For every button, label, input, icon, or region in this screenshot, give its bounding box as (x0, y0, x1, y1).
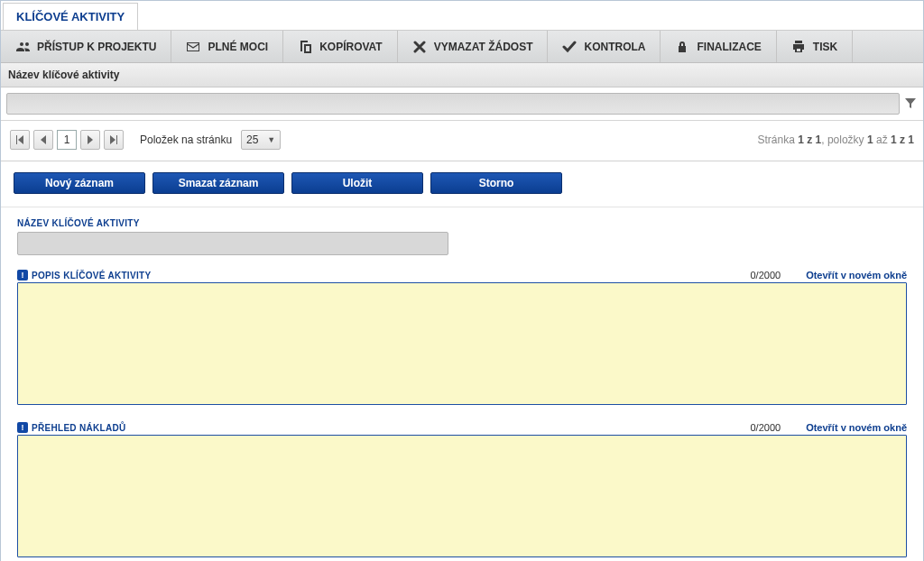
envelope-icon (186, 40, 200, 54)
costs-textarea[interactable] (17, 435, 907, 557)
pager: 1 Položek na stránku 25 ▼ Stránka 1 z 1,… (1, 121, 923, 161)
pager-summary-page: 1 z 1 (798, 133, 821, 146)
grid-filter-row (1, 87, 923, 121)
pager-summary-prefix: Stránka (758, 133, 799, 146)
cancel-button[interactable]: Storno (430, 172, 562, 194)
costs-open-new-window[interactable]: Otevřít v novém okně (806, 422, 907, 433)
grid-column-header[interactable]: Název klíčové aktivity (1, 63, 923, 87)
costs-header: ! PŘEHLED NÁKLADŮ 0/2000 Otevřít v novém… (17, 422, 907, 433)
grid-filter-input[interactable] (6, 93, 900, 115)
costs-label: PŘEHLED NÁKLADŮ (32, 423, 126, 433)
lock-icon (675, 40, 689, 54)
toolbar-finalize[interactable]: FINALIZACE (661, 31, 776, 62)
toolbar-delete-request[interactable]: VYMAZAT ŽÁDOST (398, 31, 549, 62)
toolbar-access-project[interactable]: PŘÍSTUP K PROJEKTU (1, 31, 171, 62)
toolbar-delete-label: VYMAZAT ŽÁDOST (434, 41, 533, 53)
new-record-button[interactable]: Nový záznam (14, 172, 145, 194)
pager-page-size-select[interactable]: 25 ▼ (241, 130, 281, 150)
pager-summary-to: 1 z 1 (891, 133, 914, 146)
save-button[interactable]: Uložit (291, 172, 423, 194)
toolbar-finalize-label: FINALIZACE (697, 41, 761, 53)
pager-first-button[interactable] (10, 130, 30, 150)
required-icon: ! (17, 422, 28, 433)
name-label: NÁZEV KLÍČOVÉ AKTIVITY (17, 218, 907, 228)
description-counter: 0/2000 (750, 270, 781, 280)
description-label: POPIS KLÍČOVÉ AKTIVITY (32, 271, 151, 280)
chevron-down-icon: ▼ (267, 135, 275, 144)
check-icon (562, 40, 577, 54)
pager-last-button[interactable] (104, 130, 124, 150)
required-icon: ! (17, 270, 28, 280)
pager-page-number[interactable]: 1 (57, 130, 77, 150)
description-open-new-window[interactable]: Otevřít v novém okně (806, 270, 907, 280)
people-icon (15, 40, 30, 54)
activity-name-input[interactable] (17, 232, 448, 255)
description-field-group: ! POPIS KLÍČOVÉ AKTIVITY 0/2000 Otevřít … (17, 270, 907, 408)
print-icon (791, 40, 806, 54)
app-frame: KLÍČOVÉ AKTIVITY PŘÍSTUP K PROJEKTU PLNÉ… (0, 0, 924, 561)
action-bar: Nový záznam Smazat záznam Uložit Storno (1, 161, 923, 207)
pager-summary-from: 1 (867, 133, 873, 146)
toolbar-print[interactable]: TISK (777, 31, 853, 62)
toolbar-powers-label: PLNÉ MOCI (208, 41, 268, 53)
description-textarea[interactable] (17, 282, 907, 405)
toolbar-access-label: PŘÍSTUP K PROJEKTU (37, 41, 156, 53)
pager-next-button[interactable] (80, 130, 100, 150)
filter-icon[interactable] (903, 93, 918, 115)
pager-summary: Stránka 1 z 1, položky 1 až 1 z 1 (758, 133, 914, 146)
toolbar-check-label: KONTROLA (584, 41, 645, 53)
tabstrip: KLÍČOVÉ AKTIVITY (1, 1, 923, 31)
toolbar-copy[interactable]: KOPÍROVAT (283, 31, 398, 62)
pager-items-label: Položek na stránku (140, 133, 232, 146)
description-header: ! POPIS KLÍČOVÉ AKTIVITY 0/2000 Otevřít … (17, 270, 907, 280)
toolbar-copy-label: KOPÍROVAT (319, 41, 383, 53)
form-body: NÁZEV KLÍČOVÉ AKTIVITY ! POPIS KLÍČOVÉ A… (1, 207, 923, 561)
copy-icon (298, 40, 312, 54)
pager-summary-to-word: až (873, 133, 891, 146)
toolbar-full-powers[interactable]: PLNÉ MOCI (171, 31, 283, 62)
pager-prev-button[interactable] (33, 130, 53, 150)
delete-x-icon (412, 40, 427, 54)
pager-summary-mid: , položky (821, 133, 867, 146)
delete-record-button[interactable]: Smazat záznam (152, 172, 284, 194)
pager-page-size-value: 25 (246, 133, 258, 146)
tab-key-activities[interactable]: KLÍČOVÉ AKTIVITY (3, 3, 138, 30)
costs-field-group: ! PŘEHLED NÁKLADŮ 0/2000 Otevřít v novém… (17, 422, 907, 560)
toolbar: PŘÍSTUP K PROJEKTU PLNÉ MOCI KOPÍROVAT V… (1, 31, 923, 63)
toolbar-print-label: TISK (813, 41, 837, 53)
costs-counter: 0/2000 (750, 422, 781, 433)
toolbar-check[interactable]: KONTROLA (548, 31, 661, 62)
